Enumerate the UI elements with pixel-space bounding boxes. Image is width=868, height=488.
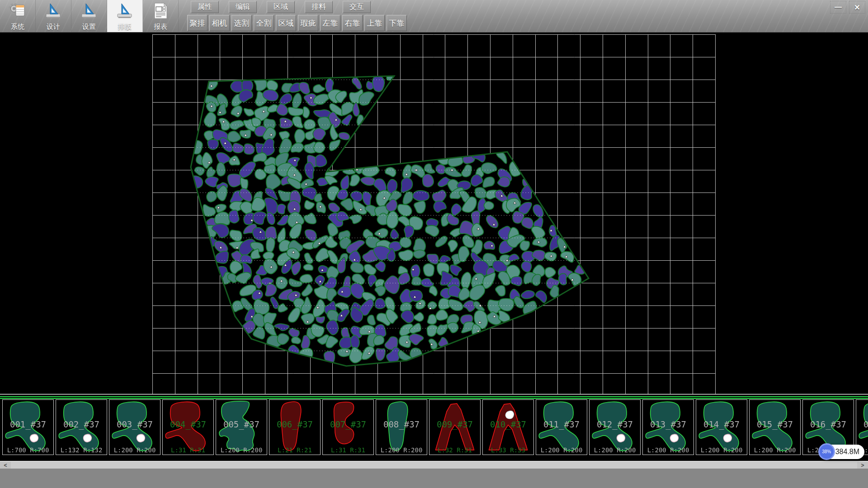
piece-thumbnail-006[interactable]: 006_#37L:21 R:21 <box>269 399 321 455</box>
piece-lr-count: L:200 R:200 <box>696 446 747 454</box>
launcher-tab-label: 系统 <box>11 23 24 31</box>
piece-lr-count: L:700 R:700 <box>3 446 53 454</box>
piece-name: 011_#37 <box>536 419 587 429</box>
nesting-icon <box>115 1 134 22</box>
menu-properties[interactable]: 属性 <box>191 1 219 13</box>
settings-icon <box>80 1 99 22</box>
menu-row-top: 属性编辑区域排料交互 <box>191 1 371 13</box>
piece-lr-count: L:32 R:31 <box>429 446 480 454</box>
piece-name: 013_#37 <box>643 419 693 429</box>
piece-thumbnail-013[interactable]: 013_#37L:200 R:200 <box>642 399 694 455</box>
piece-lr-count: L:21 R:21 <box>269 446 320 454</box>
piece-name: 012_#37 <box>590 419 640 429</box>
tool-snap-left[interactable]: 左靠 <box>320 15 340 31</box>
piece-name: 001_#37 <box>3 419 53 429</box>
launcher-tab-design[interactable]: 设计 <box>36 0 71 32</box>
piece-lr-count: L:200 R:200 <box>216 446 267 454</box>
tool-select-cut[interactable]: 选割 <box>231 15 252 31</box>
piece-name: 010_#37 <box>483 419 533 429</box>
launcher-tab-settings[interactable]: 设置 <box>71 0 107 32</box>
tool-camera[interactable]: 相机 <box>209 15 230 31</box>
window-controls: — ✕ <box>830 1 865 14</box>
piece-thumbnail-014[interactable]: 014_#37L:200 R:200 <box>696 399 747 455</box>
piece-thumbnail-010[interactable]: 010_#37L:33 R:33 <box>482 399 534 455</box>
piece-thumbnail-004[interactable]: 004_#37L:31 R:31 <box>162 399 214 455</box>
piece-lr-count: L:200 R:200 <box>109 446 160 454</box>
piece-name: 017_#37 <box>856 419 868 429</box>
piece-thumbnail-003[interactable]: 003_#37L:200 R:200 <box>109 399 160 455</box>
launcher-tab-report[interactable]: 报表 <box>143 0 179 32</box>
launcher-tab-label: 排版 <box>118 23 132 31</box>
piece-thumbnail-015[interactable]: 015_#37L:200 R:200 <box>749 399 801 455</box>
report-icon <box>151 1 170 22</box>
piece-thumbnail-008[interactable]: 008_#37L:200 R:200 <box>376 399 427 455</box>
tool-snap-bottom[interactable]: 下靠 <box>387 15 407 31</box>
piece-lr-count: L:200 R:200 <box>750 446 800 454</box>
piece-lr-count: L:132 R:132 <box>56 446 107 454</box>
piece-lr-count: L:33 R:33 <box>483 446 533 454</box>
piece-thumbnail-007[interactable]: 007_#37L:31 R:31 <box>322 399 374 455</box>
piece-thumbnail-002[interactable]: 002_#37L:132 R:132 <box>56 399 107 455</box>
piece-lr-count: L:200 R:200 <box>590 446 640 454</box>
menu-nest[interactable]: 排料 <box>305 1 333 13</box>
minimize-button[interactable]: — <box>830 1 846 14</box>
launcher-tab-system[interactable]: 系统 <box>0 0 36 32</box>
piece-name: 003_#37 <box>109 419 160 429</box>
piece-lr-count: L:200 R:200 <box>643 446 693 454</box>
menu-region[interactable]: 区域 <box>267 1 295 13</box>
status-bar <box>0 469 868 488</box>
piece-thumbnail-009[interactable]: 009_#37L:32 R:31 <box>429 399 481 455</box>
progress-percent: 38% <box>818 443 835 460</box>
piece-lr-count: L:31 R:31 <box>323 446 373 454</box>
piece-name: 002_#37 <box>56 419 107 429</box>
tool-cluster-nest[interactable]: 聚排 <box>187 15 208 31</box>
menu-interact[interactable]: 交互 <box>343 1 371 13</box>
tool-snap-right[interactable]: 右靠 <box>342 15 363 31</box>
piece-thumbnail-012[interactable]: 012_#37L:200 R:200 <box>589 399 641 455</box>
separator-line <box>0 396 868 399</box>
piece-lr-count: L:200 R:200 <box>536 446 587 454</box>
launcher-tab-nesting[interactable]: 排版 <box>107 0 143 32</box>
progress-badge: 384.8M 38% <box>819 445 864 459</box>
piece-thumbnail-001[interactable]: 001_#37L:700 R:700 <box>2 399 54 455</box>
launcher-tab-label: 设计 <box>47 23 60 31</box>
scroll-left-button[interactable]: < <box>0 462 11 469</box>
tool-region[interactable]: 区域 <box>276 15 296 31</box>
memory-usage: 384.8M <box>835 445 859 459</box>
piece-name: 015_#37 <box>750 419 800 429</box>
tool-defect[interactable]: 瑕疵 <box>298 15 318 31</box>
tool-snap-top[interactable]: 上靠 <box>364 15 385 31</box>
system-icon <box>8 1 27 22</box>
menu-edit[interactable]: 编辑 <box>229 1 257 13</box>
piece-name: 009_#37 <box>429 419 480 429</box>
nesting-canvas[interactable] <box>0 32 868 395</box>
piece-name: 005_#37 <box>216 419 267 429</box>
piece-lr-count: L:200 R:200 <box>376 446 427 454</box>
tool-cut-all[interactable]: 全割 <box>254 15 274 31</box>
piece-name: 016_#37 <box>803 419 854 429</box>
piece-name: 014_#37 <box>696 419 747 429</box>
ribbon-toolbar: 系统设计设置排版报表 属性编辑区域排料交互 聚排相机选割全割区域瑕疵左靠右靠上靠… <box>0 0 868 33</box>
menu-row-tools: 聚排相机选割全割区域瑕疵左靠右靠上靠下靠 <box>187 15 407 31</box>
piece-thumbnail-list: 001_#37L:700 R:700002_#37L:132 R:132003_… <box>0 399 868 455</box>
piece-thumbnail-005[interactable]: 005_#37L:200 R:200 <box>216 399 267 455</box>
piece-name: 008_#37 <box>376 419 427 429</box>
piece-thumbnail-011[interactable]: 011_#37L:200 R:200 <box>536 399 587 455</box>
horizontal-scrollbar[interactable]: < > <box>0 461 868 469</box>
launcher-tabs: 系统设计设置排版报表 <box>0 0 179 32</box>
piece-lr-count: L:31 R:31 <box>163 446 213 454</box>
piece-name: 006_#37 <box>269 419 320 429</box>
launcher-tab-label: 设置 <box>82 23 96 31</box>
piece-name: 004_#37 <box>163 419 213 429</box>
design-icon <box>44 1 63 22</box>
piece-name: 007_#37 <box>323 419 373 429</box>
close-button[interactable]: ✕ <box>849 1 865 14</box>
launcher-tab-label: 报表 <box>154 23 167 31</box>
scroll-right-button[interactable]: > <box>857 462 868 469</box>
